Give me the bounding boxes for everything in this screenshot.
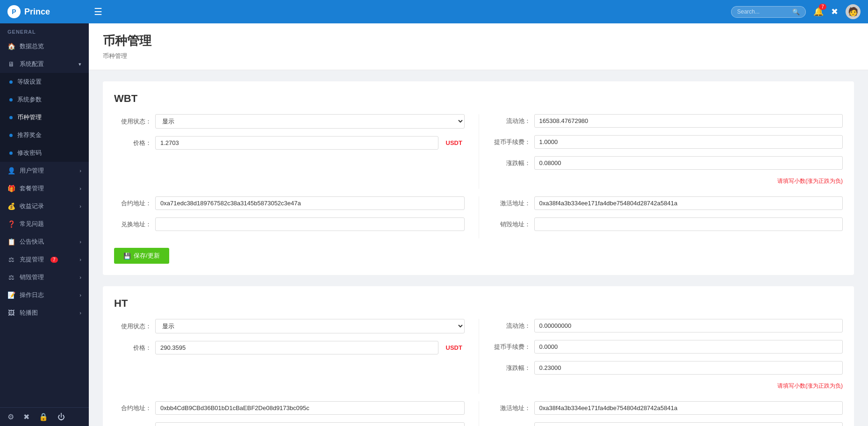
contract-addr-row-wbt: 合约地址： — [114, 196, 465, 210]
search-input[interactable] — [737, 8, 789, 15]
search-box[interactable]: 🔍 — [731, 6, 806, 18]
destroy-addr-input-ht[interactable] — [534, 422, 843, 426]
announcement-icon: 📋 — [7, 238, 15, 245]
status-row-ht: 使用状态： 显示 隐藏 — [114, 319, 465, 333]
chevron-right-icon: › — [79, 239, 81, 245]
sidebar-submenu-system: 等级设置 系统参数 币种管理 推荐奖金 修改密码 — [0, 73, 89, 162]
settings-bottom-icon[interactable]: ⚙ — [7, 412, 14, 421]
power-icon[interactable]: ⏻ — [57, 413, 65, 421]
chevron-down-icon: ▾ — [79, 61, 81, 67]
save-button-wbt[interactable]: 💾 保存/更新 — [114, 248, 169, 264]
sidebar-item-faq[interactable]: ❓ 常见问题 — [0, 215, 89, 233]
sidebar-item-referral-bonus[interactable]: 推荐奖金 — [0, 126, 89, 144]
sidebar-item-change-password[interactable]: 修改密码 — [0, 144, 89, 162]
chevron-right-icon: › — [79, 257, 81, 262]
activate-addr-input-ht[interactable] — [534, 401, 843, 415]
home-icon: 🏠 — [7, 43, 15, 50]
redeem-addr-input-ht[interactable] — [155, 422, 465, 426]
contract-addr-input-ht[interactable] — [155, 401, 465, 415]
sidebar-item-dashboard[interactable]: 🏠 数据总览 — [0, 37, 89, 55]
price-change-row-ht: 涨跌幅： — [493, 361, 843, 375]
currency-title-ht: HT — [114, 297, 843, 310]
sidebar-item-income-record[interactable]: 💰 收益记录 › — [0, 197, 89, 215]
liquidity-input-ht[interactable] — [534, 319, 843, 332]
sidebar-item-label: 收益记录 — [20, 202, 44, 210]
sidebar-item-label: 数据总览 — [20, 42, 44, 51]
sidebar-section-label: GENERAL — [0, 23, 89, 37]
sidebar-item-recharge-mgmt[interactable]: ⚖ 充提管理 7 › — [0, 251, 89, 268]
sidebar-item-carousel[interactable]: 🖼 轮播图 › — [0, 304, 89, 322]
chevron-right-icon: › — [79, 168, 81, 173]
sidebar-item-user-mgmt[interactable]: 👤 用户管理 › — [0, 162, 89, 180]
sidebar-item-currency-mgmt[interactable]: 币种管理 — [0, 108, 89, 126]
sidebar-item-label: 系统配置 — [20, 60, 44, 68]
logo-area: P Prince — [7, 5, 94, 18]
page-title: 币种管理 — [103, 33, 854, 49]
app-name: Prince — [24, 7, 50, 17]
sidebar-bottom: ⚙ ✖ 🔒 ⏻ — [0, 407, 89, 426]
dot-indicator — [9, 98, 13, 101]
package-icon: 🎁 — [7, 185, 15, 192]
sidebar-item-grade-settings[interactable]: 等级设置 — [0, 73, 89, 91]
sidebar-item-system-config[interactable]: 🖥 系统配置 ▾ — [0, 55, 89, 73]
sidebar-item-operation-log[interactable]: 📝 操作日志 › — [0, 286, 89, 304]
sidebar-item-system-params[interactable]: 系统参数 — [0, 91, 89, 108]
withdraw-fee-input-ht[interactable] — [534, 340, 843, 354]
settings-icon[interactable]: ✖ — [831, 7, 838, 17]
usdt-label-ht: USDT — [446, 344, 465, 351]
price-change-label-ht: 涨跌幅： — [493, 364, 531, 372]
lock-icon[interactable]: 🔒 — [39, 412, 48, 421]
notification-badge: 7 — [819, 4, 826, 10]
contract-addr-input-wbt[interactable] — [155, 196, 465, 210]
sidebar-item-label: 销毁管理 — [20, 273, 44, 282]
sidebar-item-label: 常见问题 — [20, 220, 44, 228]
status-row-wbt: 使用状态： 显示 隐藏 — [114, 114, 465, 129]
hint-text-wbt: 请填写小数(涨为正跌为负) — [493, 177, 843, 185]
sidebar-item-destroy-mgmt[interactable]: ⚖ 销毁管理 › — [0, 268, 89, 286]
price-input-wbt[interactable] — [155, 136, 438, 150]
redeem-addr-row-ht: 兑换地址： — [114, 422, 465, 426]
content-area: 币种管理 币种管理 WBT 使用状态： 显示 隐藏 — [89, 23, 868, 426]
destroy-addr-label-wbt: 销毁地址： — [493, 220, 531, 229]
status-select-ht[interactable]: 显示 隐藏 — [155, 319, 465, 333]
activate-addr-row-ht: 激活地址： — [493, 401, 843, 415]
breadcrumb: 币种管理 — [103, 52, 854, 60]
save-icon: 💾 — [123, 253, 131, 260]
tools-icon[interactable]: ✖ — [23, 412, 29, 421]
user-avatar[interactable]: 🧑 — [846, 4, 861, 19]
redeem-addr-label-wbt: 兑换地址： — [114, 220, 151, 229]
sidebar-item-announcement[interactable]: 📋 公告快讯 › — [0, 233, 89, 251]
dot-indicator — [9, 116, 13, 119]
activate-addr-row-wbt: 激活地址： — [493, 196, 843, 210]
log-icon: 📝 — [7, 291, 15, 299]
liquidity-input-wbt[interactable] — [534, 114, 843, 128]
chevron-right-icon: › — [79, 186, 81, 191]
chevron-right-icon: › — [79, 292, 81, 298]
redeem-addr-input-wbt[interactable] — [155, 217, 465, 231]
sidebar-item-label: 用户管理 — [20, 166, 44, 175]
notification-bell[interactable]: 🔔 7 — [813, 7, 824, 17]
price-label-wbt: 价格： — [114, 139, 151, 147]
hamburger-button[interactable]: ☰ — [94, 6, 102, 17]
sidebar-item-package-mgmt[interactable]: 🎁 套餐管理 › — [0, 180, 89, 197]
price-change-input-wbt[interactable] — [534, 156, 843, 170]
activate-addr-input-wbt[interactable] — [534, 196, 843, 210]
header-right: 🔍 🔔 7 ✖ 🧑 — [731, 4, 861, 19]
price-input-ht[interactable] — [155, 341, 438, 354]
destroy-addr-input-wbt[interactable] — [534, 217, 843, 231]
sidebar-item-label: 轮播图 — [20, 309, 38, 317]
contract-addr-label-wbt: 合约地址： — [114, 199, 151, 208]
liquidity-row-wbt: 流动池： — [493, 114, 843, 128]
dot-indicator — [9, 152, 13, 155]
status-select-wbt[interactable]: 显示 隐藏 — [155, 114, 465, 129]
liquidity-label-wbt: 流动池： — [493, 117, 531, 125]
page-title-bar: 币种管理 币种管理 — [89, 23, 868, 70]
monitor-icon: 🖥 — [7, 60, 15, 68]
withdraw-fee-row-wbt: 提币手续费： — [493, 135, 843, 149]
withdraw-fee-input-wbt[interactable] — [534, 135, 843, 149]
price-change-input-ht[interactable] — [534, 361, 843, 375]
liquidity-row-ht: 流动池： — [493, 319, 843, 332]
currency-section-wbt: WBT 使用状态： 显示 隐藏 价格： — [103, 81, 854, 275]
sidebar-item-label: 套餐管理 — [20, 184, 44, 193]
contract-addr-row-ht: 合约地址： — [114, 401, 465, 415]
